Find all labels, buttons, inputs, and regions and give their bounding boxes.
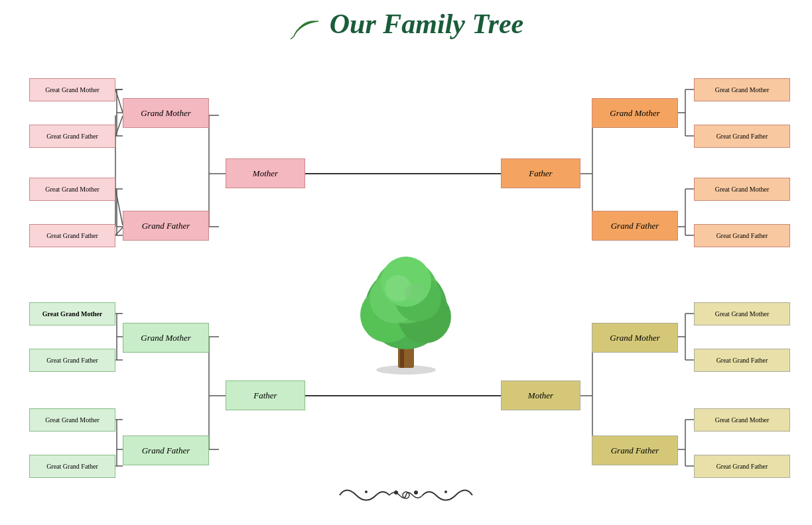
ggm-bottom-left-1[interactable]: Great Grand Mother xyxy=(29,302,115,325)
ggf-top-right-2[interactable]: Great Grand Father xyxy=(694,224,790,247)
ggf-bottom-left-1[interactable]: Great Grand Father xyxy=(29,349,115,372)
ggm-bottom-right-1[interactable]: Great Grand Mother xyxy=(694,302,790,325)
bottom-ornament xyxy=(333,482,479,513)
ggf-top-left-1[interactable]: Great Grand Father xyxy=(29,125,115,148)
father-top-label: Father xyxy=(529,168,552,179)
ggf-top-right-1-label: Great Grand Father xyxy=(716,133,768,141)
ggm-bottom-right-2-label: Great Grand Mother xyxy=(715,416,770,424)
grand-mother-bottom-right-label: Grand Mother xyxy=(610,333,659,343)
ggf-top-left-2[interactable]: Great Grand Father xyxy=(29,224,115,247)
ggm-top-right-2-label: Great Grand Mother xyxy=(715,186,770,194)
grand-mother-top-right[interactable]: Grand Mother xyxy=(592,98,678,128)
grand-father-bottom-left-label: Grand Father xyxy=(142,445,190,456)
grand-father-bottom-left[interactable]: Grand Father xyxy=(123,436,209,465)
title-area: Our Family Tree xyxy=(0,0,812,44)
svg-point-76 xyxy=(444,491,447,493)
ggf-top-left-1-label: Great Grand Father xyxy=(46,133,98,141)
svg-point-71 xyxy=(405,283,425,303)
grand-father-top-left-label: Grand Father xyxy=(142,221,190,231)
ggm-bottom-left-2[interactable]: Great Grand Mother xyxy=(29,408,115,432)
grand-father-top-right[interactable]: Grand Father xyxy=(592,211,678,241)
family-tree-page: Our Family Tree xyxy=(0,0,812,525)
svg-line-1 xyxy=(115,89,123,113)
ggm-top-left-2-label: Great Grand Mother xyxy=(45,186,100,194)
ggm-bottom-left-2-label: Great Grand Mother xyxy=(45,416,100,424)
ggf-bottom-right-2[interactable]: Great Grand Father xyxy=(694,455,790,478)
ggf-bottom-right-2-label: Great Grand Father xyxy=(716,463,768,471)
ggm-bottom-right-1-label: Great Grand Mother xyxy=(715,310,770,318)
grand-mother-top-left-label: Grand Mother xyxy=(141,108,190,119)
father-top[interactable]: Father xyxy=(501,158,580,188)
grand-father-top-left[interactable]: Grand Father xyxy=(123,211,209,241)
ggm-top-left-2[interactable]: Great Grand Mother xyxy=(29,178,115,201)
ggm-top-left-1[interactable]: Great Grand Mother xyxy=(29,78,115,101)
ggf-bottom-right-1-label: Great Grand Father xyxy=(716,357,768,365)
grand-mother-bottom-left-label: Grand Mother xyxy=(141,333,190,343)
ggm-top-left-1-label: Great Grand Mother xyxy=(45,86,100,94)
mother-bottom[interactable]: Mother xyxy=(501,380,580,410)
ggm-bottom-left-1-label: Great Grand Mother xyxy=(42,310,102,318)
ggm-top-right-2[interactable]: Great Grand Mother xyxy=(694,178,790,201)
svg-point-74 xyxy=(414,491,418,495)
mother-top[interactable]: Mother xyxy=(226,158,305,188)
grand-mother-bottom-right[interactable]: Grand Mother xyxy=(592,323,678,353)
ggf-bottom-right-1[interactable]: Great Grand Father xyxy=(694,349,790,372)
ggm-bottom-right-2[interactable]: Great Grand Mother xyxy=(694,408,790,432)
grand-mother-bottom-left[interactable]: Grand Mother xyxy=(123,323,209,353)
page-title: Our Family Tree xyxy=(330,9,523,39)
ggf-top-left-2-label: Great Grand Father xyxy=(46,232,98,240)
grand-father-bottom-right[interactable]: Grand Father xyxy=(592,436,678,465)
leaf-icon xyxy=(289,18,322,44)
svg-line-4 xyxy=(115,227,123,235)
ggf-top-right-2-label: Great Grand Father xyxy=(716,232,768,240)
mother-top-label: Mother xyxy=(253,168,278,179)
svg-point-73 xyxy=(394,491,398,495)
ggf-bottom-left-2-label: Great Grand Father xyxy=(46,463,98,471)
mother-bottom-label: Mother xyxy=(528,390,553,401)
grand-father-top-right-label: Grand Father xyxy=(611,221,659,231)
svg-line-2 xyxy=(115,116,123,136)
ggf-bottom-left-1-label: Great Grand Father xyxy=(46,357,98,365)
ggf-top-right-1[interactable]: Great Grand Father xyxy=(694,125,790,148)
ggf-bottom-left-2[interactable]: Great Grand Father xyxy=(29,455,115,478)
grand-mother-top-right-label: Grand Mother xyxy=(610,108,659,119)
father-bottom-label: Father xyxy=(253,390,277,401)
tree-illustration xyxy=(345,245,467,375)
ggm-top-right-1[interactable]: Great Grand Mother xyxy=(694,78,790,101)
svg-line-0 xyxy=(291,36,294,39)
father-bottom[interactable]: Father xyxy=(226,380,305,410)
svg-point-75 xyxy=(365,491,368,493)
grand-mother-top-left[interactable]: Grand Mother xyxy=(123,98,209,128)
ggm-top-right-1-label: Great Grand Mother xyxy=(715,86,770,94)
svg-line-3 xyxy=(115,189,123,225)
grand-father-bottom-right-label: Grand Father xyxy=(611,445,659,456)
